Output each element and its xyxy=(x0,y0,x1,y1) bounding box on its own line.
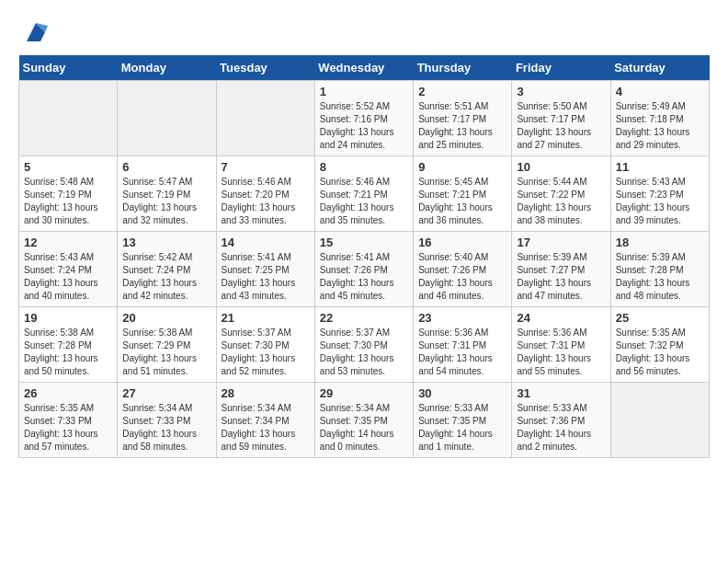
day-info: Sunrise: 5:49 AMSunset: 7:18 PMDaylight:… xyxy=(616,100,704,152)
calendar-cell: 27Sunrise: 5:34 AMSunset: 7:33 PMDayligh… xyxy=(118,383,216,458)
day-info: Sunrise: 5:46 AMSunset: 7:20 PMDaylight:… xyxy=(222,176,310,227)
day-number: 28 xyxy=(222,386,310,400)
day-info: Sunrise: 5:36 AMSunset: 7:31 PMDaylight:… xyxy=(517,327,605,378)
calendar-cell: 6Sunrise: 5:47 AMSunset: 7:19 PMDaylight… xyxy=(118,156,216,232)
day-number: 7 xyxy=(222,160,310,174)
calendar-cell xyxy=(19,81,118,156)
day-number: 1 xyxy=(320,85,408,98)
days-header-row: SundayMondayTuesdayWednesdayThursdayFrid… xyxy=(19,55,710,81)
day-number: 21 xyxy=(222,311,310,325)
week-row-2: 5Sunrise: 5:48 AMSunset: 7:19 PMDaylight… xyxy=(19,156,710,232)
day-header-thursday: Thursday xyxy=(414,55,512,81)
day-info: Sunrise: 5:41 AMSunset: 7:25 PMDaylight:… xyxy=(222,251,310,303)
day-number: 27 xyxy=(122,386,210,400)
calendar-cell: 29Sunrise: 5:34 AMSunset: 7:35 PMDayligh… xyxy=(314,383,413,458)
day-number: 3 xyxy=(517,85,605,98)
calendar-cell: 4Sunrise: 5:49 AMSunset: 7:18 PMDaylight… xyxy=(610,81,709,156)
day-info: Sunrise: 5:41 AMSunset: 7:26 PMDaylight:… xyxy=(320,251,408,303)
page-header xyxy=(18,18,710,46)
day-info: Sunrise: 5:46 AMSunset: 7:21 PMDaylight:… xyxy=(320,176,408,227)
calendar-cell xyxy=(216,81,314,156)
day-info: Sunrise: 5:43 AMSunset: 7:24 PMDaylight:… xyxy=(24,251,112,303)
calendar-cell: 9Sunrise: 5:45 AMSunset: 7:21 PMDaylight… xyxy=(414,156,512,232)
day-number: 15 xyxy=(320,236,408,249)
calendar-cell xyxy=(610,383,709,458)
day-number: 18 xyxy=(616,236,704,249)
calendar-cell: 23Sunrise: 5:36 AMSunset: 7:31 PMDayligh… xyxy=(414,307,512,383)
calendar-header: SundayMondayTuesdayWednesdayThursdayFrid… xyxy=(19,55,710,81)
calendar-cell: 24Sunrise: 5:36 AMSunset: 7:31 PMDayligh… xyxy=(512,307,610,383)
calendar-cell: 11Sunrise: 5:43 AMSunset: 7:23 PMDayligh… xyxy=(610,156,709,232)
day-header-friday: Friday xyxy=(512,55,610,81)
day-number: 4 xyxy=(616,85,704,98)
calendar-cell: 25Sunrise: 5:35 AMSunset: 7:32 PMDayligh… xyxy=(610,307,709,383)
day-number: 22 xyxy=(320,311,408,325)
day-number: 9 xyxy=(418,160,506,174)
day-number: 13 xyxy=(122,236,210,249)
day-number: 31 xyxy=(517,386,605,400)
calendar-cell: 1Sunrise: 5:52 AMSunset: 7:16 PMDaylight… xyxy=(314,81,413,156)
calendar-cell: 3Sunrise: 5:50 AMSunset: 7:17 PMDaylight… xyxy=(512,81,610,156)
day-number: 11 xyxy=(616,160,704,174)
day-number: 6 xyxy=(122,160,210,174)
day-info: Sunrise: 5:52 AMSunset: 7:16 PMDaylight:… xyxy=(320,100,408,152)
calendar-cell: 30Sunrise: 5:33 AMSunset: 7:35 PMDayligh… xyxy=(414,383,512,458)
day-number: 26 xyxy=(24,386,112,400)
calendar-cell: 18Sunrise: 5:39 AMSunset: 7:28 PMDayligh… xyxy=(610,232,709,307)
day-info: Sunrise: 5:45 AMSunset: 7:21 PMDaylight:… xyxy=(418,176,506,227)
day-info: Sunrise: 5:44 AMSunset: 7:22 PMDaylight:… xyxy=(517,176,605,227)
week-row-1: 1Sunrise: 5:52 AMSunset: 7:16 PMDaylight… xyxy=(19,81,710,156)
day-number: 20 xyxy=(122,311,210,325)
day-info: Sunrise: 5:34 AMSunset: 7:33 PMDaylight:… xyxy=(122,402,210,454)
logo xyxy=(18,18,50,46)
day-number: 14 xyxy=(222,236,310,249)
day-info: Sunrise: 5:35 AMSunset: 7:32 PMDaylight:… xyxy=(616,327,704,378)
day-info: Sunrise: 5:33 AMSunset: 7:35 PMDaylight:… xyxy=(418,402,506,454)
day-number: 17 xyxy=(517,236,605,249)
day-info: Sunrise: 5:47 AMSunset: 7:19 PMDaylight:… xyxy=(122,176,210,227)
day-info: Sunrise: 5:38 AMSunset: 7:28 PMDaylight:… xyxy=(24,327,112,378)
calendar-cell: 16Sunrise: 5:40 AMSunset: 7:26 PMDayligh… xyxy=(414,232,512,307)
calendar-cell: 19Sunrise: 5:38 AMSunset: 7:28 PMDayligh… xyxy=(19,307,118,383)
calendar-cell: 17Sunrise: 5:39 AMSunset: 7:27 PMDayligh… xyxy=(512,232,610,307)
calendar-cell: 8Sunrise: 5:46 AMSunset: 7:21 PMDaylight… xyxy=(314,156,413,232)
day-number: 2 xyxy=(418,85,506,98)
calendar-cell: 5Sunrise: 5:48 AMSunset: 7:19 PMDaylight… xyxy=(19,156,118,232)
day-info: Sunrise: 5:50 AMSunset: 7:17 PMDaylight:… xyxy=(517,100,605,152)
calendar-cell: 13Sunrise: 5:42 AMSunset: 7:24 PMDayligh… xyxy=(118,232,216,307)
day-info: Sunrise: 5:39 AMSunset: 7:27 PMDaylight:… xyxy=(517,251,605,303)
day-number: 25 xyxy=(616,311,704,325)
day-header-sunday: Sunday xyxy=(19,55,118,81)
day-number: 30 xyxy=(418,386,506,400)
calendar-cell: 21Sunrise: 5:37 AMSunset: 7:30 PMDayligh… xyxy=(216,307,314,383)
calendar-cell: 22Sunrise: 5:37 AMSunset: 7:30 PMDayligh… xyxy=(314,307,413,383)
calendar-cell: 15Sunrise: 5:41 AMSunset: 7:26 PMDayligh… xyxy=(314,232,413,307)
logo-icon xyxy=(22,18,50,46)
calendar-cell: 14Sunrise: 5:41 AMSunset: 7:25 PMDayligh… xyxy=(216,232,314,307)
day-info: Sunrise: 5:38 AMSunset: 7:29 PMDaylight:… xyxy=(122,327,210,378)
day-number: 8 xyxy=(320,160,408,174)
day-header-saturday: Saturday xyxy=(610,55,709,81)
day-info: Sunrise: 5:36 AMSunset: 7:31 PMDaylight:… xyxy=(418,327,506,378)
calendar-cell: 10Sunrise: 5:44 AMSunset: 7:22 PMDayligh… xyxy=(512,156,610,232)
day-header-wednesday: Wednesday xyxy=(314,55,413,81)
week-row-3: 12Sunrise: 5:43 AMSunset: 7:24 PMDayligh… xyxy=(19,232,710,307)
calendar-cell: 28Sunrise: 5:34 AMSunset: 7:34 PMDayligh… xyxy=(216,383,314,458)
day-info: Sunrise: 5:42 AMSunset: 7:24 PMDaylight:… xyxy=(122,251,210,303)
day-info: Sunrise: 5:39 AMSunset: 7:28 PMDaylight:… xyxy=(616,251,704,303)
day-info: Sunrise: 5:33 AMSunset: 7:36 PMDaylight:… xyxy=(517,402,605,454)
calendar-cell: 31Sunrise: 5:33 AMSunset: 7:36 PMDayligh… xyxy=(512,383,610,458)
day-number: 5 xyxy=(24,160,112,174)
day-info: Sunrise: 5:34 AMSunset: 7:35 PMDaylight:… xyxy=(320,402,408,454)
calendar-cell: 7Sunrise: 5:46 AMSunset: 7:20 PMDaylight… xyxy=(216,156,314,232)
day-number: 10 xyxy=(517,160,605,174)
calendar-cell: 2Sunrise: 5:51 AMSunset: 7:17 PMDaylight… xyxy=(414,81,512,156)
day-number: 29 xyxy=(320,386,408,400)
day-info: Sunrise: 5:43 AMSunset: 7:23 PMDaylight:… xyxy=(616,176,704,227)
day-info: Sunrise: 5:48 AMSunset: 7:19 PMDaylight:… xyxy=(24,176,112,227)
day-info: Sunrise: 5:37 AMSunset: 7:30 PMDaylight:… xyxy=(320,327,408,378)
day-info: Sunrise: 5:37 AMSunset: 7:30 PMDaylight:… xyxy=(222,327,310,378)
calendar-cell: 12Sunrise: 5:43 AMSunset: 7:24 PMDayligh… xyxy=(19,232,118,307)
calendar-table: SundayMondayTuesdayWednesdayThursdayFrid… xyxy=(18,55,710,458)
day-number: 16 xyxy=(418,236,506,249)
